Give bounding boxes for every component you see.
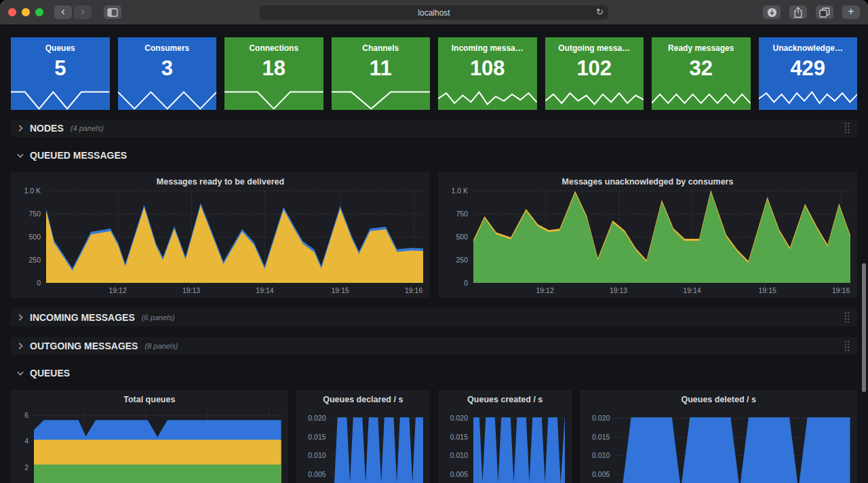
plot-area [615, 408, 850, 483]
sparkline [759, 88, 858, 110]
plot-area [34, 408, 281, 483]
chevron-right-icon [16, 313, 24, 322]
toolbar-right-buttons: + [763, 5, 860, 19]
panel-queues-declared: Queues declared / s 0.0200.0150.0100.005 [296, 390, 430, 483]
sparkline [118, 88, 217, 110]
stat-panel-unacknowledged: Unacknowledge… 429 [759, 37, 858, 110]
row-outgoing-messages[interactable]: OUTGOING MESSAGES (8 panels) [11, 337, 857, 355]
panel-queues-created: Queues created / s 0.0200.0150.0100.005 [438, 390, 572, 483]
stat-value: 11 [370, 56, 392, 81]
minimize-button[interactable] [22, 8, 30, 16]
queues-panels: Total queues 642 Queues declared / s 0.0… [11, 390, 857, 483]
panel-title[interactable]: Messages ready to be delivered [18, 177, 423, 187]
panel-total-queues: Total queues 642 [11, 390, 288, 483]
row-title: OUTGOING MESSAGES [30, 341, 138, 351]
stat-panel-queues: Queues 5 [11, 37, 110, 110]
navigation-buttons: ‹ › [54, 5, 92, 19]
row-title: INCOMING MESSAGES [30, 312, 135, 323]
tabs-icon [819, 7, 830, 18]
sparkline [652, 88, 751, 110]
share-icon [793, 7, 803, 18]
stat-title[interactable]: Ready messages [668, 43, 734, 53]
forward-icon: › [81, 6, 84, 17]
panel-title[interactable]: Queues declared / s [303, 395, 423, 404]
panel-messages-ready: Messages ready to be delivered 1.0 K7505… [11, 172, 430, 298]
sparkline [438, 88, 537, 110]
stat-title[interactable]: Connections [249, 43, 298, 53]
panel-queues-deleted: Queues deleted / s 0.0200.0150.0100.005 [580, 390, 857, 483]
drag-handle-icon[interactable] [844, 311, 850, 324]
stat-title[interactable]: Incoming messa… [452, 43, 524, 53]
browser-toolbar: ‹ › localhost ↻ + [0, 0, 868, 25]
zoom-button[interactable] [35, 8, 43, 16]
x-axis: 19:1219:1319:1419:1519:16 [46, 283, 423, 295]
drag-handle-icon[interactable] [844, 122, 850, 134]
chevron-down-icon [16, 151, 24, 159]
row-title: QUEUED MESSAGES [30, 150, 127, 161]
panel-title[interactable]: Queues created / s [445, 395, 565, 404]
stat-value: 18 [262, 56, 285, 81]
y-axis: 0.0200.0150.0100.005 [445, 408, 473, 483]
panel-messages-unacknowledged: Messages unacknowledged by consumers 1.0… [438, 172, 857, 298]
stat-panel-ready-messages: Ready messages 32 [652, 37, 751, 110]
chevron-right-icon [16, 124, 24, 132]
row-panel-count: (6 panels) [142, 313, 175, 322]
reload-icon[interactable]: ↻ [596, 7, 604, 17]
stat-title[interactable]: Unacknowledge… [773, 43, 843, 53]
stat-title[interactable]: Channels [362, 43, 399, 53]
stat-panel-channels: Channels 11 [332, 37, 431, 110]
scrollbar[interactable] [862, 263, 866, 392]
browser-window: ‹ › localhost ↻ + Queues [0, 0, 868, 483]
sparkline [332, 88, 431, 110]
y-axis: 642 [18, 408, 34, 483]
stat-value: 102 [576, 56, 612, 81]
drag-handle-icon[interactable] [844, 340, 850, 352]
forward-button[interactable]: › [74, 5, 92, 19]
stat-value: 429 [790, 56, 825, 81]
stat-value: 5 [54, 56, 66, 81]
panel-title[interactable]: Total queues [18, 395, 281, 404]
y-axis: 1.0 K7505002500 [18, 191, 46, 283]
row-panel-count: (8 panels) [144, 342, 178, 350]
address-bar[interactable]: localhost ↻ [260, 5, 608, 20]
y-axis: 0.0200.0150.0100.005 [587, 408, 615, 483]
row-incoming-messages[interactable]: INCOMING MESSAGES (6 panels) [11, 309, 857, 326]
chevron-right-icon [16, 342, 24, 350]
row-nodes[interactable]: NODES (4 panels) [11, 119, 857, 137]
panel-title[interactable]: Queues deleted / s [587, 395, 850, 404]
row-queued-messages[interactable]: QUEUED MESSAGES [11, 148, 857, 163]
stat-row: Queues 5 Consumers 3 Connections 18 Chan… [11, 37, 857, 110]
dashboard: Queues 5 Consumers 3 Connections 18 Chan… [0, 25, 868, 483]
row-panel-count: (4 panels) [71, 124, 104, 132]
sparkline [224, 88, 323, 110]
window-controls [8, 8, 43, 16]
plus-icon: + [848, 6, 854, 17]
chevron-down-icon [16, 369, 24, 377]
plot-area [332, 408, 423, 483]
stat-panel-outgoing-messages: Outgoing messa… 102 [545, 37, 644, 110]
stat-title[interactable]: Outgoing messa… [558, 43, 630, 53]
panel-title[interactable]: Messages unacknowledged by consumers [445, 177, 850, 187]
row-title: NODES [30, 123, 64, 134]
stat-panel-connections: Connections 18 [224, 37, 323, 110]
stat-title[interactable]: Queues [45, 43, 75, 53]
stat-title[interactable]: Consumers [144, 43, 189, 53]
x-axis: 19:1219:1319:1419:1519:16 [473, 283, 850, 295]
stat-value: 3 [161, 56, 173, 81]
tab-overview-button[interactable] [816, 5, 833, 19]
new-tab-button[interactable]: + [842, 5, 860, 19]
y-axis: 1.0 K7505002500 [445, 191, 473, 283]
y-axis: 0.0200.0150.0100.005 [303, 408, 332, 483]
sparkline [545, 88, 644, 110]
back-button[interactable]: ‹ [54, 5, 72, 19]
queued-messages-panels: Messages ready to be delivered 1.0 K7505… [11, 172, 857, 298]
sidebar-button[interactable] [104, 5, 121, 19]
close-button[interactable] [8, 8, 16, 16]
plot-area [473, 191, 850, 283]
plot-area [473, 408, 565, 483]
sidebar-icon [107, 8, 118, 17]
row-queues[interactable]: QUEUES [11, 366, 857, 381]
row-title: QUEUES [30, 368, 70, 379]
share-button[interactable] [789, 5, 807, 19]
downloads-button[interactable] [763, 5, 781, 19]
